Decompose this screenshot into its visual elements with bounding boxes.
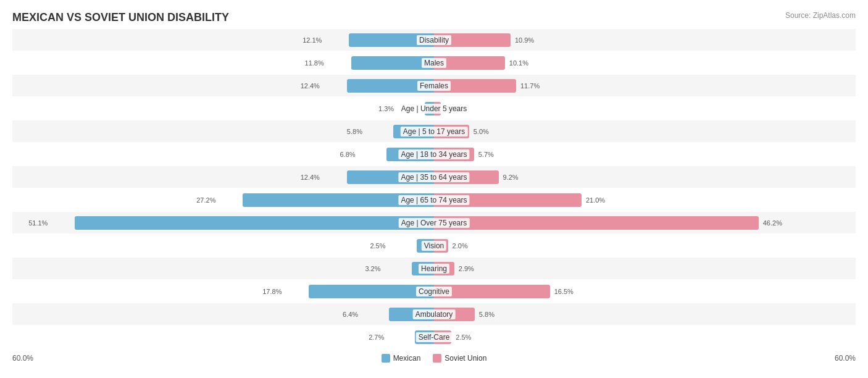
source-label: Source: ZipAtlas.com [785,11,856,20]
bar-left [75,216,434,230]
chart-row: Age | Under 5 years1.3%0.95% [12,98,856,119]
chart-title: MEXICAN VS SOVIET UNION DISABILITY [12,11,856,24]
value-right: 2.0% [453,242,468,250]
row-center-label: Disability [417,35,451,45]
value-left: 51.1% [28,219,48,227]
legend-item-soviet: Soviet Union [433,354,486,363]
chart-container: MEXICAN VS SOVIET UNION DISABILITY Sourc… [0,0,868,378]
value-right: 21.0% [586,196,605,204]
legend-label-soviet: Soviet Union [444,354,486,363]
value-right: 5.8% [479,311,495,318]
value-right: 11.7% [520,82,540,90]
value-left: 2.7% [369,334,384,341]
value-left: 27.2% [196,196,215,204]
footer-scale-left: 60.0% [12,354,33,363]
row-center-label: Age | 5 to 17 years [401,127,468,136]
chart-row: Age | 5 to 17 years5.8%5.0% [12,120,856,142]
bar-left [309,285,434,298]
chart-row: Hearing3.2%2.9% [12,258,856,279]
chart-row: Age | 18 to 34 years6.8%5.7% [12,143,856,165]
value-left: 1.3% [378,105,394,112]
chart-row: Self-Care2.7%2.5% [12,326,856,348]
bar-right [434,216,759,230]
chart-footer: 60.0% Mexican Soviet Union 60.0% [12,354,856,363]
chart-row: Age | 65 to 74 years27.2%21.0% [12,189,856,211]
chart-row: Age | Over 75 years51.1%46.2% [12,212,856,233]
value-left: 12.4% [301,174,320,181]
chart-row: Disability12.1%10.9% [12,29,856,51]
value-left: 11.8% [305,59,324,67]
row-center-label: Age | 35 to 64 years [398,172,469,182]
value-left: 2.5% [370,242,385,250]
chart-row: Vision2.5%2.0% [12,235,856,256]
value-left: 6.8% [340,151,355,158]
chart-row: Ambulatory6.4%5.8% [12,303,856,325]
row-center-label: Age | Over 75 years [399,218,470,228]
row-center-label: Males [422,58,446,68]
row-center-label: Age | Under 5 years [399,104,470,114]
chart-row: Age | 35 to 64 years12.4%9.2% [12,166,856,188]
legend-label-mexican: Mexican [393,354,421,363]
legend: Mexican Soviet Union [382,354,487,363]
row-center-label: Age | 18 to 34 years [398,149,469,159]
value-left: 6.4% [343,311,358,318]
row-center-label: Age | 65 to 74 years [398,195,469,205]
value-left: 12.1% [303,36,322,44]
row-center-label: Vision [422,241,446,251]
value-right: 5.7% [478,151,494,158]
chart-rows-wrapper: Disability12.1%10.9%Males11.8%10.1%Femal… [12,29,856,348]
row-center-label: Hearing [419,264,449,274]
value-right: 9.2% [503,174,519,181]
value-left: 12.4% [301,82,320,90]
value-left: 3.2% [365,265,380,272]
value-right: 2.9% [459,265,474,272]
legend-box-soviet [433,354,441,363]
row-center-label: Self-Care [416,332,453,342]
chart-row: Males11.8%10.1% [12,52,856,74]
value-right: 10.1% [509,59,528,67]
legend-item-mexican: Mexican [382,354,421,363]
chart-row: Females12.4%11.7% [12,75,856,96]
value-left: 17.8% [262,288,282,295]
row-center-label: Females [417,81,451,91]
value-right: 16.5% [554,288,574,295]
legend-box-mexican [382,354,390,363]
value-right: 10.9% [515,36,534,44]
value-right: 46.2% [763,219,782,227]
value-right: 2.5% [456,334,471,341]
chart-row: Cognitive17.8%16.5% [12,280,856,302]
row-center-label: Ambulatory [413,309,456,319]
value-left: 5.8% [347,128,362,135]
value-right: 5.0% [474,128,489,135]
row-center-label: Cognitive [416,287,452,296]
footer-scale-right: 60.0% [835,354,856,363]
